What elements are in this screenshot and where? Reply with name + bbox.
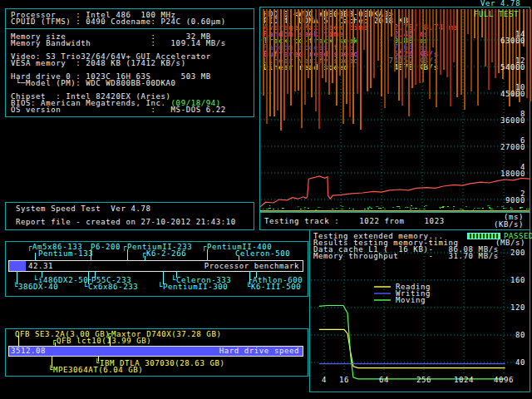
info-box-divider xyxy=(6,28,254,29)
memory-y-tick-label: 160 xyxy=(492,277,525,283)
cpu-ref-label: Pentium-133 xyxy=(38,250,93,257)
full-test-badge: FULL TEST xyxy=(474,11,519,17)
cpu-ref-label: └Cx6x86-233 xyxy=(83,283,138,290)
kbs-tick-label: 63000 xyxy=(477,37,525,44)
kbs-tick-label: 9000 xyxy=(477,197,525,204)
vesa-line: VESA memory : 2048 KB (17412 KB/s) xyxy=(11,60,186,66)
memory-x-tick-label: 4 xyxy=(322,377,327,383)
cpu-ref-label: └386DX-40 xyxy=(13,283,58,290)
cpu-benchmark-value: 42.31 xyxy=(28,263,53,269)
speedsys-screen: Ver 4.78 Processor : Intel 486 100 MHz C… xyxy=(0,0,532,399)
cpuid-line: CPUID (TFMS) : 0490 Codename: P24C (0.60… xyxy=(11,18,226,25)
cpu-benchmark-bar-fill xyxy=(9,261,26,271)
hdd-benchmark-value: 3512.08 xyxy=(11,347,46,354)
cpu-ref-label: Celeron-500 xyxy=(235,250,290,257)
kbs-tick-label: 27000 xyxy=(477,144,525,150)
memory-bandwidth-line: Memory Bandwidth : 109.14 MB/s xyxy=(11,40,226,47)
unit-kbs-label: (KB/s) xyxy=(477,221,524,228)
memory-x-tick-label: 1024 xyxy=(454,377,474,383)
cpu-benchmark-title: Processor benchmark xyxy=(148,263,299,269)
version-label: Ver 4.78 xyxy=(480,0,520,7)
report-line: Report file - created on 27-10-2012 21:4… xyxy=(16,219,236,225)
cpu-ref-label: ┌K6-2-266 xyxy=(141,250,186,257)
kbs-tick-label: 18000 xyxy=(477,170,525,177)
memory-throughput-line: Memory throughput - 31.70 MB/s xyxy=(313,253,499,259)
testing-track-status: Testing track : 1022 from 1023 xyxy=(264,218,445,224)
memory-y-tick-label: 120 xyxy=(492,304,525,311)
hdd-ref-label: └MPE3064AT(6.04 GB) xyxy=(48,367,143,373)
memory-y-tick-label: 200 xyxy=(492,249,525,256)
hdd-stat-line: Linear read speed : 4878 KB/s xyxy=(264,64,439,71)
memory-y-tick-label: 40 xyxy=(492,359,525,366)
unit-ms-label: (ms) xyxy=(477,214,524,220)
cpu-ref-label: P6-200 xyxy=(91,244,121,250)
memory-x-tick-label: 16 xyxy=(339,377,349,383)
hdd-ref-label: ┌QFB lct10(13.99 GB) xyxy=(52,337,151,344)
kbs-tick-label: 36000 xyxy=(477,117,525,124)
hd-model-line: └─Model (PM): WDC WD800BB-00DKA0 xyxy=(11,80,176,86)
legend-moving-label: Moving xyxy=(396,297,426,303)
os-line: OS version : MS-DOS 6.22 xyxy=(11,106,226,113)
kbs-tick-label: 54000 xyxy=(477,64,525,71)
memory-x-tick-label: 64 xyxy=(379,377,389,383)
cpu-ref-label: └K6-III-500 xyxy=(246,283,301,290)
app-title: System Speed Test Ver 4.78 xyxy=(16,205,151,212)
hdd-benchmark-title: Hard drive speed xyxy=(183,347,299,354)
cpu-ref-label: └PentiumII-300 xyxy=(158,283,228,290)
memory-x-tick-label: 4096 xyxy=(494,377,514,383)
kbs-tick-label: 45000 xyxy=(477,91,525,97)
memory-x-tick-label: 256 xyxy=(416,377,431,383)
memory-y-tick-label: 80 xyxy=(492,332,525,338)
